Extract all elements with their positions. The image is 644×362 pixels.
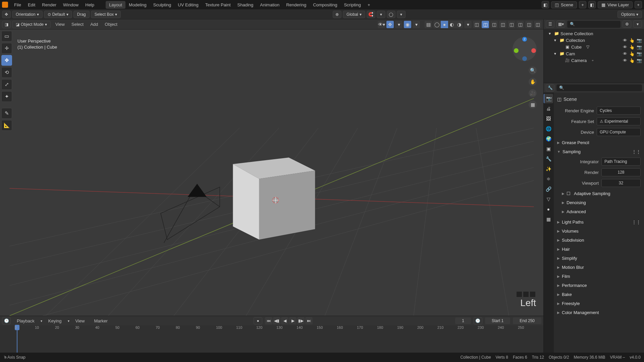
render-toggle-icon[interactable]: 📷 xyxy=(637,45,642,50)
tab-material[interactable]: ● xyxy=(544,204,553,214)
workspace-tab-scripting[interactable]: Scripting xyxy=(340,1,364,9)
jump-end-icon[interactable]: ⏭ xyxy=(305,317,313,324)
options-dropdown[interactable]: Options▾ xyxy=(618,11,642,18)
timeline-editor-type-icon[interactable]: 🕒 xyxy=(2,317,11,324)
panel-header[interactable]: ▶Volumes xyxy=(557,227,641,235)
panel-menu-icon[interactable]: ⋮⋮ xyxy=(632,220,641,225)
zoom-icon[interactable]: 🔍 xyxy=(529,66,537,74)
workspace-tab-layout[interactable]: Layout xyxy=(106,1,125,9)
tab-constraints[interactable]: 🔗 xyxy=(544,184,553,194)
scene-field[interactable]: ◫ Scene xyxy=(551,1,577,8)
panel-header[interactable]: ▶Light Paths⋮⋮ xyxy=(557,218,641,226)
panel-menu-icon[interactable]: ⋮⋮ xyxy=(632,149,641,154)
region-toggle-8-icon[interactable]: ◫ xyxy=(534,21,541,28)
panel-header[interactable]: ▶Advanced xyxy=(562,208,641,216)
render-engine-dropdown[interactable]: Cycles xyxy=(597,107,641,115)
keyframe-prev-icon[interactable]: ◀▮ xyxy=(273,317,280,324)
play-icon[interactable]: ▶ xyxy=(289,317,297,324)
timeline-playhead[interactable] xyxy=(17,325,17,353)
region-toggle-2-icon[interactable]: ◫ xyxy=(482,21,489,28)
workspace-tab-texture-paint[interactable]: Texture Paint xyxy=(202,1,234,9)
chevron-icon[interactable]: ▾ xyxy=(552,51,558,56)
tab-render[interactable]: 📷 xyxy=(544,94,553,103)
integrator-dropdown[interactable]: Path Tracing xyxy=(601,158,641,166)
select-mode-dropdown[interactable]: Select Box▾ xyxy=(91,11,121,18)
region-toggle-6-icon[interactable]: ◫ xyxy=(517,21,524,28)
outliner-filter-icon[interactable]: ⚙ xyxy=(623,20,631,28)
chevron-icon[interactable]: ▾ xyxy=(547,31,552,36)
jump-start-icon[interactable]: ⏮ xyxy=(265,317,272,324)
viewlayer-field[interactable]: ▦ View Layer xyxy=(598,1,633,8)
tool-annotate[interactable]: ✎ xyxy=(1,108,12,119)
tab-scene[interactable]: 🌐 xyxy=(544,124,553,133)
tool-transform[interactable]: ✦ xyxy=(1,91,12,102)
visibility-dropdown-icon[interactable]: 👁▾ xyxy=(378,21,385,28)
viewport-samples-field[interactable]: 32 xyxy=(601,179,641,187)
perspective-toggle-icon[interactable]: ▦ xyxy=(529,101,537,109)
tool-measure[interactable]: 📐 xyxy=(1,120,12,131)
workspace-tab-modeling[interactable]: Modeling xyxy=(125,1,150,9)
overlay-dropdown-icon[interactable]: ▾ xyxy=(413,21,420,28)
render-toggle-icon[interactable]: 📷 xyxy=(637,58,642,63)
end-frame-field[interactable]: End 250 xyxy=(513,317,541,324)
gizmo-toggle-icon[interactable]: ✥ xyxy=(386,21,394,28)
timeline-playback-menu[interactable]: Playback xyxy=(13,317,38,325)
render-toggle-icon[interactable]: 📷 xyxy=(637,51,642,56)
region-toggle-7-icon[interactable]: ◫ xyxy=(525,21,533,28)
mode-dropdown[interactable]: ◪ Object Mode ▾ xyxy=(12,21,51,28)
workspace-tab-uv-editing[interactable]: UV Editing xyxy=(174,1,202,9)
proportional-edit-icon[interactable]: ◯ xyxy=(387,11,395,18)
properties-editor-type-icon[interactable]: 🔧 xyxy=(546,84,554,92)
tree-row-collection[interactable]: ▾📁Collection👁👆📷 xyxy=(544,37,644,44)
region-toggle-5-icon[interactable]: ◫ xyxy=(508,21,515,28)
render-toggle-icon[interactable]: 📷 xyxy=(637,38,642,43)
tab-mesh[interactable]: ▽ xyxy=(544,194,553,204)
preview-range-icon[interactable]: 🕒 xyxy=(474,317,482,324)
keyframe-next-icon[interactable]: ▮▶ xyxy=(297,317,305,324)
tool-cursor[interactable]: ✛ xyxy=(1,43,12,54)
viewport-menu-add[interactable]: Add xyxy=(87,20,101,28)
eye-toggle-icon[interactable]: 👁 xyxy=(623,58,627,63)
gizmo-z-axis[interactable]: Z xyxy=(522,37,527,42)
cursor-tool-icon[interactable]: ✥ xyxy=(2,11,11,18)
panel-header[interactable]: ▶Denoising xyxy=(562,199,641,206)
region-toggle-1-icon[interactable]: ◫ xyxy=(473,21,480,28)
shading-dropdown-icon[interactable]: ▾ xyxy=(464,21,472,28)
transform-pivot-dropdown[interactable]: ⊙Default▾ xyxy=(44,11,72,18)
timeline-view-menu[interactable]: View xyxy=(72,317,88,325)
outliner-search-input[interactable] xyxy=(576,22,618,27)
pan-icon[interactable]: ✋ xyxy=(529,78,537,86)
eye-toggle-icon[interactable]: 👁 xyxy=(623,51,627,56)
panel-header[interactable]: ▶Bake xyxy=(557,291,641,298)
render-samples-field[interactable]: 128 xyxy=(601,168,641,176)
scene-new-icon[interactable]: + xyxy=(579,1,586,8)
cube-object[interactable] xyxy=(233,158,315,240)
viewlayer-new-icon[interactable]: + xyxy=(635,1,642,8)
drag-dropdown[interactable]: Drag xyxy=(73,11,90,18)
feature-set-dropdown[interactable]: ⚠ Experimental xyxy=(597,117,641,125)
device-dropdown[interactable]: GPU Compute xyxy=(597,128,641,136)
panel-header[interactable]: ▶Color Management xyxy=(557,309,641,316)
eye-toggle-icon[interactable]: 👁 xyxy=(623,38,627,43)
cursor-toggle-icon[interactable]: 👆 xyxy=(629,45,635,50)
tool-scale[interactable]: ⤢ xyxy=(1,79,12,90)
tab-modifiers[interactable]: 🔧 xyxy=(544,154,553,164)
timeline-track[interactable]: 0102030405060708090100110120130140150160… xyxy=(0,325,543,353)
panel-sampling-header[interactable]: ▼Sampling⋮⋮ xyxy=(557,148,641,156)
eye-toggle-icon[interactable]: 👁 xyxy=(623,45,627,50)
viewport-menu-view[interactable]: View xyxy=(52,20,68,28)
timeline-marker-menu[interactable]: Marker xyxy=(91,317,111,325)
shading-matprev-icon[interactable]: ◐ xyxy=(448,21,455,28)
gizmo-neg-z-axis[interactable] xyxy=(522,56,527,61)
workspace-tab-compositing[interactable]: Compositing xyxy=(310,1,340,9)
tab-object[interactable]: ▣ xyxy=(544,144,553,154)
panel-header[interactable]: ▶Hair xyxy=(557,245,641,253)
panel-header[interactable]: ▶Grease Pencil xyxy=(557,139,641,146)
tool-rotate[interactable]: ⟲ xyxy=(1,67,12,78)
properties-search[interactable]: 🔍 xyxy=(556,84,642,91)
outliner-new-collection-icon[interactable]: ▾ xyxy=(633,20,642,28)
menu-file[interactable]: File xyxy=(11,1,24,9)
tab-output[interactable]: 🖨 xyxy=(544,104,553,113)
editor-type-icon[interactable]: ◨ xyxy=(2,21,11,28)
shading-solid-icon[interactable]: ● xyxy=(441,21,448,28)
